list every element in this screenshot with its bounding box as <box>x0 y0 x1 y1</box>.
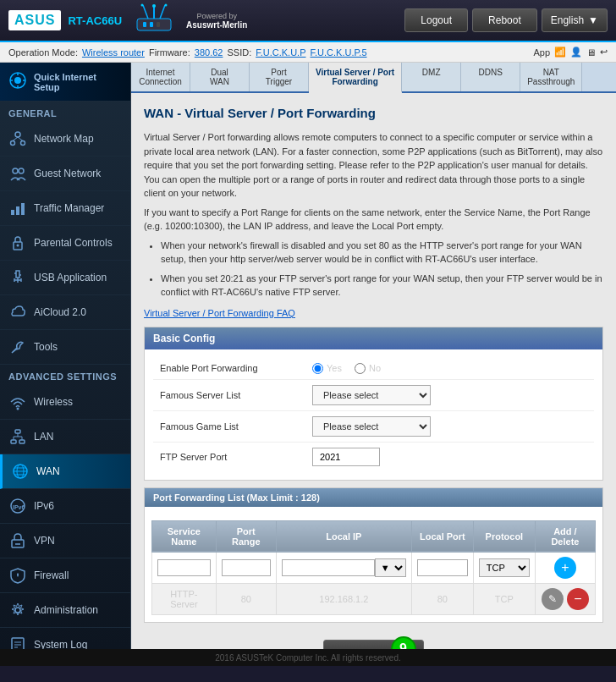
tab-internet-connection[interactable]: InternetConnection <box>131 63 190 91</box>
svg-line-6 <box>160 5 165 19</box>
btn-actions-row1: + <box>541 557 590 579</box>
sidebar-item-lan[interactable]: LAN <box>0 420 130 454</box>
port-forwarding-section: Port Forwarding List (Max Limit : 128) S… <box>144 487 603 623</box>
sidebar-item-traffic-manager[interactable]: Traffic Manager <box>0 191 130 226</box>
operation-mode-label: Operation Mode: <box>8 47 78 58</box>
col-add-delete: Add / Delete <box>535 520 595 552</box>
radio-yes-input[interactable] <box>312 363 323 374</box>
edit-http-button[interactable]: ✎ <box>542 588 564 610</box>
tab-ddns[interactable]: DDNS <box>461 63 520 91</box>
input-protocol-select[interactable]: TCP UDP BOTH <box>479 558 530 577</box>
col-port-range: Port Range <box>216 520 276 552</box>
language-selector[interactable]: English ▼ <box>542 8 608 32</box>
svg-rect-37 <box>11 440 16 443</box>
enable-port-forwarding-row: Enable Port Forwarding Yes No <box>153 358 594 380</box>
svg-point-21 <box>13 168 18 173</box>
svg-point-22 <box>19 168 24 173</box>
ssid-value2[interactable]: F.U.C.K.U.P.5 <box>310 47 366 58</box>
sidebar-item-ipv6[interactable]: IPv6 IPv6 <box>0 489 130 524</box>
svg-point-27 <box>17 245 19 247</box>
local-ip-dropdown[interactable]: ▼ <box>375 558 406 577</box>
sidebar-item-network-map[interactable]: Network Map <box>0 122 130 157</box>
input-local-ip-cell: ▼ <box>276 552 411 583</box>
top-buttons: Logout Reboot English ▼ <box>404 8 608 32</box>
ftp-port-row: FTP Server Port <box>153 443 594 471</box>
wan-icon <box>11 462 30 481</box>
sidebar-item-aicloud[interactable]: AiCloud 2.0 <box>0 295 130 330</box>
sidebar-item-usb-application[interactable]: USB Application <box>0 261 130 295</box>
sidebar-item-guest-network[interactable]: Guest Network <box>0 157 130 191</box>
arrow-icon: ↩ <box>600 47 608 58</box>
radio-yes-option[interactable]: Yes <box>312 363 342 374</box>
content-area: InternetConnection DualWAN PortTrigger V… <box>131 63 616 649</box>
sidebar-item-parental-controls[interactable]: Parental Controls <box>0 226 130 261</box>
firewall-label: Firewall <box>34 569 69 581</box>
faq-link[interactable]: Virtual Server / Port Forwarding FAQ <box>144 308 603 318</box>
radio-no-option[interactable]: No <box>355 363 381 374</box>
quick-setup-label: Quick InternetSetup <box>34 72 96 92</box>
copyright: 2016 ASUSTeK Computer Inc. All rights re… <box>0 649 616 666</box>
svg-rect-38 <box>19 440 25 443</box>
svg-point-11 <box>14 77 21 84</box>
reboot-button[interactable]: Reboot <box>472 8 537 32</box>
svg-rect-1 <box>143 22 146 27</box>
sidebar-item-system-log[interactable]: System Log <box>0 628 130 649</box>
user-status-icon: 👤 <box>570 47 582 58</box>
famous-server-select[interactable]: Please select <box>312 385 431 405</box>
sidebar-item-firewall[interactable]: Firewall <box>0 558 130 593</box>
col-service-name: Service Name <box>152 520 217 552</box>
tab-port-trigger[interactable]: PortTrigger <box>250 63 309 91</box>
input-port-range[interactable] <box>222 559 271 576</box>
famous-server-control: Please select <box>312 385 587 405</box>
input-protocol-cell: TCP UDP BOTH <box>473 552 535 583</box>
asus-logo: ASUS <box>8 10 61 30</box>
svg-point-52 <box>15 608 20 613</box>
general-section-title: General <box>0 102 130 122</box>
operation-mode-value[interactable]: Wireless router <box>82 47 145 58</box>
input-service-name[interactable] <box>157 559 211 576</box>
svg-text:IPv6: IPv6 <box>13 504 25 510</box>
firewall-icon <box>8 566 27 585</box>
enable-control: Yes No <box>312 363 587 374</box>
svg-point-17 <box>11 141 15 146</box>
sidebar-item-administration[interactable]: Administration <box>0 593 130 628</box>
description: Virtual Server / Port forwarding allows … <box>144 130 603 300</box>
tools-icon <box>8 338 27 356</box>
apply-area: Apply 9 <box>144 630 603 650</box>
tab-nat-passthrough[interactable]: NATPassthrough <box>520 63 582 91</box>
model-label: RT-AC66U <box>68 14 122 27</box>
logo-area: ASUS RT-AC66U Powered by Asuswrt-Merlin <box>8 3 247 38</box>
famous-game-label: Famous Game List <box>160 421 312 432</box>
tab-bar: InternetConnection DualWAN PortTrigger V… <box>131 63 616 93</box>
firmware-value[interactable]: 380.62 <box>195 47 223 58</box>
sidebar-item-wan[interactable]: WAN <box>0 454 130 489</box>
sidebar-item-quick-setup[interactable]: Quick InternetSetup <box>0 63 130 102</box>
http-actions: ✎ − <box>535 583 595 614</box>
input-local-ip[interactable] <box>282 559 375 576</box>
tab-virtual-server[interactable]: Virtual Server / PortForwarding <box>309 63 402 93</box>
sidebar-item-wireless[interactable]: Wireless <box>0 385 130 420</box>
famous-game-select[interactable]: Please select <box>312 416 431 437</box>
delete-http-button[interactable]: − <box>567 588 589 610</box>
wireless-icon <box>8 393 27 411</box>
basic-config-body: Enable Port Forwarding Yes No <box>145 349 602 480</box>
ftp-port-input[interactable] <box>312 448 380 466</box>
local-ip-wrapper: ▼ <box>282 558 406 577</box>
radio-no-input[interactable] <box>355 363 366 374</box>
description-p1: Virtual Server / Port forwarding allows … <box>144 130 603 201</box>
tab-dual-wan[interactable]: DualWAN <box>190 63 250 91</box>
tab-dmz[interactable]: DMZ <box>402 63 461 91</box>
svg-rect-25 <box>21 203 25 215</box>
add-row-button[interactable]: + <box>554 557 576 579</box>
ssid-value1[interactable]: F.U.C.K.U.P <box>256 47 305 58</box>
description-bullets: When your network's firewall is disabled… <box>161 239 603 300</box>
enable-label: Enable Port Forwarding <box>160 363 312 373</box>
sidebar-item-vpn[interactable]: VPN <box>0 524 130 558</box>
ipv6-label: IPv6 <box>34 500 54 512</box>
logout-button[interactable]: Logout <box>404 8 468 32</box>
input-local-port[interactable] <box>417 559 468 576</box>
sidebar-item-tools[interactable]: Tools <box>0 330 130 365</box>
wifi-status-icon: 📶 <box>554 47 566 58</box>
table-row-input: ▼ TCP UDP <box>152 552 596 583</box>
http-protocol: TCP <box>473 583 535 614</box>
